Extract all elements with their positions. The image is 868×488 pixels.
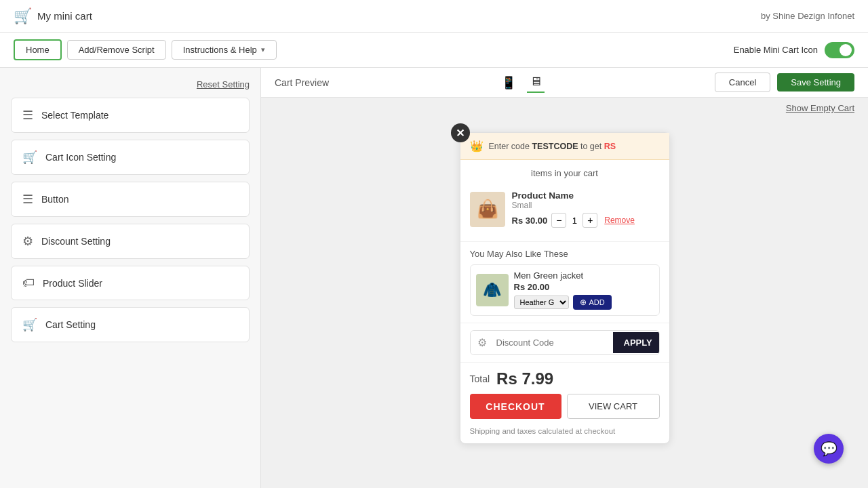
cart-item-name: Product Name [512, 190, 660, 201]
sidebar-item-cart-icon-setting[interactable]: 🛒 Cart Icon Setting [11, 140, 250, 175]
sidebar-item-select-template[interactable]: ☰ Select Template [11, 98, 250, 133]
quantity-control: − 1 + [551, 213, 597, 228]
navbar: Home Add/Remove Script Instructions & He… [0, 33, 868, 68]
cart-widget: ✕ 👑 Enter code TESTCODE to get RS items … [460, 132, 670, 444]
apply-discount-button[interactable]: APPLY [613, 332, 660, 353]
home-button[interactable]: Home [14, 39, 62, 60]
add-remove-script-button[interactable]: Add/Remove Script [67, 40, 166, 60]
total-section: Total Rs 7.99 [460, 363, 669, 394]
cart-items-section: items in your cart 👜 Product Name Small … [460, 160, 669, 242]
cart-item-image: 👜 [470, 192, 505, 227]
toggle-label: Enable Mini Cart Icon [734, 45, 818, 55]
sidebar: Reset Setting ☰ Select Template 🛒 Cart I… [0, 68, 261, 488]
app-logo: 🛒 [14, 7, 32, 25]
total-amount: Rs 7.99 [496, 369, 553, 388]
sidebar-label-select-template: Select Template [41, 110, 108, 121]
view-cart-button[interactable]: VIEW CART [567, 394, 660, 419]
quantity-decrease-button[interactable]: − [551, 213, 566, 228]
cart-setting-icon: 🛒 [22, 317, 37, 332]
promo-banner: 👑 Enter code TESTCODE to get RS [460, 133, 669, 160]
discount-input-row: ⚙ APPLY [470, 330, 660, 355]
sidebar-item-product-slider[interactable]: 🏷 Product Slider [11, 266, 250, 300]
app-title: My mini cart [37, 10, 92, 22]
preview-title: Cart Preview [275, 77, 329, 88]
plus-circle-icon: ⊕ [580, 298, 587, 307]
save-setting-button[interactable]: Save Setting [777, 73, 854, 92]
discount-icon: ⚙ [22, 234, 33, 249]
total-label: Total [470, 373, 490, 384]
quantity-value: 1 [569, 216, 580, 226]
template-icon: ☰ [22, 108, 33, 123]
shipping-note: Shipping and taxes calculated at checkou… [460, 424, 669, 443]
toggle-container: Enable Mini Cart Icon [734, 42, 854, 58]
crown-icon: 👑 [470, 140, 484, 152]
sidebar-item-discount-setting[interactable]: ⚙ Discount Setting [11, 224, 250, 259]
cart-widget-container: ✕ 👑 Enter code TESTCODE to get RS items … [261, 119, 868, 458]
promo-message: Enter code TESTCODE to get RS [489, 142, 616, 151]
reset-setting-link[interactable]: Reset Setting [197, 79, 250, 89]
mobile-icon[interactable]: 📱 [498, 73, 519, 93]
header-byline: by Shine Dezign Infonet [761, 11, 854, 21]
cart-item-price: Rs 30.00 [512, 216, 548, 226]
chat-bubble-button[interactable]: 💬 [814, 434, 844, 464]
also-like-title: You May Also Like These [470, 249, 660, 259]
also-like-item: 🧥 Men Green jacket Rs 20.00 Heather G ⊕ [470, 264, 660, 316]
cart-item: 👜 Product Name Small Rs 30.00 − 1 + [470, 185, 660, 233]
button-icon: ☰ [22, 192, 33, 207]
cart-items-title: items in your cart [470, 168, 660, 178]
discount-section: ⚙ APPLY [460, 323, 669, 363]
cart-close-button[interactable]: ✕ [451, 123, 470, 142]
app-header: 🛒 My mini cart by Shine Dezign Infonet [0, 0, 868, 33]
instructions-help-button[interactable]: Instructions & Help ▾ [172, 40, 277, 60]
header-left: 🛒 My mini cart [14, 7, 92, 25]
cancel-button[interactable]: Cancel [715, 73, 770, 92]
toggle-slider [825, 42, 854, 58]
cart-item-variant: Small [512, 201, 660, 210]
variant-select[interactable]: Heather G [514, 296, 569, 309]
desktop-icon[interactable]: 🖥 [527, 72, 545, 93]
cart-item-info: Product Name Small Rs 30.00 − 1 + Remove [512, 190, 660, 228]
reset-link-container: Reset Setting [11, 79, 250, 89]
also-like-image: 🧥 [476, 274, 509, 306]
sidebar-item-cart-setting[interactable]: 🛒 Cart Setting [11, 307, 250, 342]
cart-item-price-row: Rs 30.00 − 1 + Remove [512, 213, 660, 228]
add-to-cart-button[interactable]: ⊕ ADD [573, 295, 612, 310]
sidebar-item-button[interactable]: ☰ Button [11, 182, 250, 217]
sidebar-label-product-slider: Product Slider [43, 278, 102, 289]
discount-code-input[interactable] [494, 332, 613, 353]
device-icons: 📱 🖥 [498, 72, 545, 93]
also-like-info: Men Green jacket Rs 20.00 Heather G ⊕ AD… [514, 270, 654, 310]
sidebar-label-discount-setting: Discount Setting [41, 236, 111, 247]
sidebar-label-button: Button [41, 194, 68, 205]
also-like-section: You May Also Like These 🧥 Men Green jack… [460, 242, 669, 323]
remove-item-link[interactable]: Remove [604, 216, 635, 225]
checkout-buttons: CHECKOUT VIEW CART [460, 394, 669, 424]
product-slider-icon: 🏷 [22, 276, 35, 290]
chat-icon: 💬 [821, 441, 837, 457]
show-empty-cart-link[interactable]: Show Empty Cart [261, 98, 868, 119]
main-layout: Reset Setting ☰ Select Template 🛒 Cart I… [0, 68, 868, 488]
preview-area: Cart Preview 📱 🖥 Cancel Save Setting Sho… [261, 68, 868, 488]
also-like-product-name: Men Green jacket [514, 270, 654, 281]
also-like-actions: Heather G ⊕ ADD [514, 295, 654, 310]
mini-cart-toggle[interactable] [825, 42, 854, 58]
sidebar-label-cart-icon-setting: Cart Icon Setting [45, 152, 116, 163]
checkout-button[interactable]: CHECKOUT [470, 394, 561, 419]
preview-header: Cart Preview 📱 🖥 Cancel Save Setting [261, 68, 868, 98]
quantity-increase-button[interactable]: + [583, 213, 597, 228]
preview-actions: Cancel Save Setting [715, 73, 854, 92]
also-like-price: Rs 20.00 [514, 282, 654, 292]
chevron-down-icon: ▾ [261, 45, 265, 54]
cart-icon-setting-icon: 🛒 [22, 150, 37, 165]
discount-tag-icon: ⚙ [471, 331, 494, 354]
sidebar-label-cart-setting: Cart Setting [45, 319, 96, 330]
